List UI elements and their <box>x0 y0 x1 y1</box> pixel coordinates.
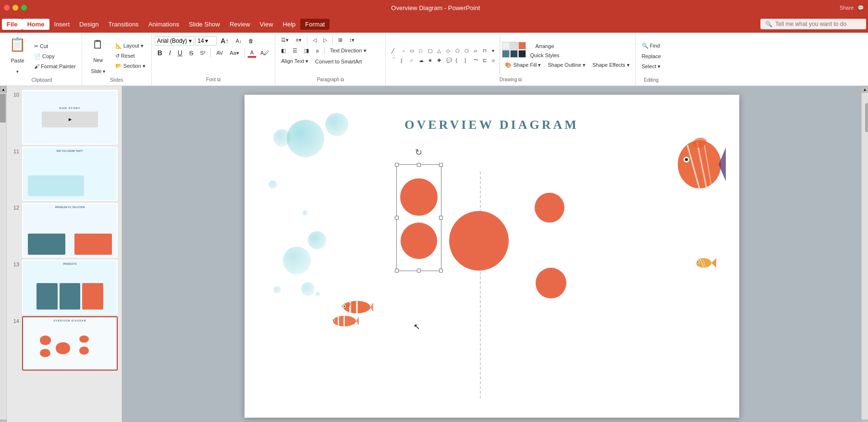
window-controls[interactable] <box>4 5 27 11</box>
replace-button[interactable]: Replace <box>639 52 664 61</box>
menu-file[interactable]: File <box>2 19 22 30</box>
shape-misc2[interactable]: ⌾ <box>489 55 498 65</box>
copy-button[interactable]: 📄 Copy <box>31 52 79 61</box>
paragraph-expand-icon[interactable]: ⧉ <box>341 77 344 82</box>
shape-cylinder[interactable]: ⊓ <box>480 47 489 55</box>
align-right-button[interactable]: ◨ <box>301 46 312 55</box>
font-size-selector[interactable]: 14 ▾ <box>195 36 217 46</box>
text-direction-button[interactable]: Text Direction ▾ <box>327 46 369 55</box>
shadow-button[interactable]: S² <box>197 49 208 57</box>
handle-br[interactable] <box>439 269 443 273</box>
selected-circle-bottom[interactable] <box>401 223 437 259</box>
decrease-indent-button[interactable]: ◁ <box>310 36 319 45</box>
slide-item-11[interactable]: 11 DID YOU KNOW THAT? <box>11 147 118 201</box>
shape-line[interactable]: ╱ <box>389 47 397 55</box>
scroll-thumb[interactable] <box>0 94 6 123</box>
handle-bm[interactable] <box>417 269 421 273</box>
shape-cross[interactable]: ✚ <box>434 55 443 65</box>
shape-bracket[interactable]: [ <box>462 55 470 65</box>
search-input[interactable] <box>775 21 861 27</box>
numbering-button[interactable]: ≡▾ <box>293 36 304 45</box>
align-left-button[interactable]: ◧ <box>278 46 289 55</box>
bold-button[interactable]: B <box>155 48 165 58</box>
shape-cloud[interactable]: ☁ <box>416 55 425 65</box>
handle-tm[interactable] <box>417 163 421 167</box>
shape-fill-button[interactable]: 🎨 Shape Fill ▾ <box>502 61 544 70</box>
shape-brace[interactable]: { <box>452 55 461 65</box>
italic-button[interactable]: I <box>166 48 174 58</box>
style-1[interactable] <box>502 42 510 50</box>
share-button[interactable]: Share <box>840 5 854 11</box>
menu-home[interactable]: Home <box>22 19 49 30</box>
close-button[interactable] <box>4 5 10 11</box>
section-button[interactable]: 📂 Section ▾ <box>112 62 148 71</box>
clear-format-button[interactable]: 🗑 <box>245 37 257 45</box>
selection-box[interactable]: ↻ <box>396 164 441 271</box>
menu-animations[interactable]: Animations <box>144 19 184 30</box>
scroll-down-button[interactable]: ▼ <box>0 420 7 422</box>
font-name-selector[interactable]: Arial (Body) ▾ <box>155 36 195 46</box>
slide-thumb-10[interactable]: OUR STORY ▶ <box>22 90 118 145</box>
cut-button[interactable]: ✂ Cut <box>31 42 79 51</box>
shape-triangle[interactable]: △ <box>434 47 443 55</box>
shape-wave[interactable]: 〜 <box>471 55 479 65</box>
column-button[interactable]: ⊞ <box>335 36 345 45</box>
shape-round-rect[interactable]: ▢ <box>425 47 434 55</box>
shape-arrow[interactable]: → <box>398 47 406 55</box>
convert-smartart-button[interactable]: Convert to SmartArt <box>312 57 365 66</box>
slide-item-12[interactable]: 12 PROBLEM VS. SOLUTION <box>11 203 118 258</box>
style-5[interactable] <box>510 50 518 58</box>
slide-canvas[interactable]: OVERVIEW DIAGRAM ↻ <box>245 95 739 418</box>
paste-button[interactable]: 📋 Paste ▾ <box>5 36 30 76</box>
minimize-button[interactable] <box>12 5 18 11</box>
increase-indent-button[interactable]: ▷ <box>320 36 330 45</box>
shape-effects-button[interactable]: Shape Effects ▾ <box>589 61 632 70</box>
menu-help[interactable]: Help <box>278 19 301 30</box>
canvas-scroll-thumb[interactable] <box>865 103 868 132</box>
shape-star[interactable]: ★ <box>425 55 434 65</box>
handle-mr[interactable] <box>439 216 443 220</box>
shape-oval[interactable]: ○ <box>407 55 416 65</box>
maximize-button[interactable] <box>21 5 27 11</box>
slide-thumb-12[interactable]: PROBLEM VS. SOLUTION <box>22 203 118 258</box>
shape-callout[interactable]: 💬 <box>443 55 452 65</box>
underline-button[interactable]: U <box>175 48 185 58</box>
shape-hexagon[interactable]: ⬡ <box>462 47 470 55</box>
slide-item-13[interactable]: 13 PRODUCTS <box>11 260 118 314</box>
slide-item-10[interactable]: 10 OUR STORY ▶ <box>11 90 118 145</box>
slide-item-14[interactable]: 14 OVERVIEW DIAGRAM <box>11 316 118 371</box>
style-3[interactable] <box>518 42 526 50</box>
shape-curve[interactable]: ∫ <box>398 55 406 65</box>
shape-outline-button[interactable]: Shape Outline ▾ <box>545 61 588 70</box>
increase-font-button[interactable]: A↑ <box>218 36 232 46</box>
coral-circle-medium[interactable] <box>449 211 509 271</box>
layout-button[interactable]: 📐 Layout ▾ <box>112 41 148 50</box>
shapes-more[interactable]: ▾ <box>489 47 498 55</box>
slide-thumb-11[interactable]: DID YOU KNOW THAT? <box>22 147 118 201</box>
bullets-button[interactable]: ☰▾ <box>278 36 292 45</box>
menu-format[interactable]: Format <box>300 19 330 30</box>
highlight-button[interactable]: A🖊 <box>257 49 272 57</box>
selected-circle-top[interactable] <box>400 178 438 216</box>
drawing-expand-icon[interactable]: ⧉ <box>518 77 522 82</box>
coral-circle-bottom-right[interactable] <box>536 268 566 298</box>
font-color-button[interactable]: A <box>247 48 257 58</box>
coral-circle-top-right[interactable] <box>535 193 564 223</box>
menu-slideshow[interactable]: Slide Show <box>184 19 225 30</box>
rotate-handle[interactable]: ↻ <box>414 148 424 157</box>
quick-styles-button[interactable]: Quick Styles <box>527 51 562 60</box>
reset-button[interactable]: ↺ Reset <box>112 51 148 61</box>
char-spacing-button[interactable]: AV <box>213 49 226 57</box>
menu-view[interactable]: View <box>255 19 278 30</box>
shape-rect2[interactable]: □ <box>416 47 425 55</box>
shape-pentagon[interactable]: ⬠ <box>452 47 461 55</box>
shape-rect[interactable]: ▭ <box>407 47 416 55</box>
style-6[interactable] <box>518 50 526 58</box>
paste-dropdown[interactable]: ▾ <box>16 69 19 74</box>
decrease-font-button[interactable]: A↓ <box>232 37 245 45</box>
shape-diamond[interactable]: ◇ <box>443 47 452 55</box>
style-2[interactable] <box>510 42 518 50</box>
arrange-button[interactable]: Arrange <box>532 42 557 50</box>
new-slide-button[interactable]: 🗒 New Slide ▾ <box>85 36 111 76</box>
shape-parallelogram[interactable]: ▱ <box>471 47 479 55</box>
